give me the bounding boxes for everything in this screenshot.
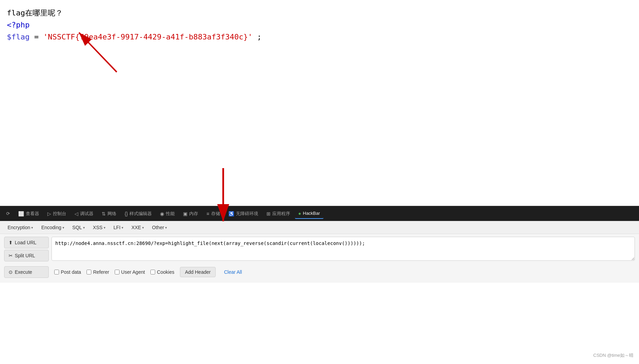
cookies-input[interactable] <box>150 270 155 274</box>
split-url-icon: ✂ <box>9 253 13 258</box>
line3-var: $flag <box>7 33 30 41</box>
tab-inspector[interactable]: ⬜ 查看器 <box>15 209 43 219</box>
encoding-label: Encoding <box>41 225 61 230</box>
user-agent-checkbox[interactable]: User Agent <box>115 269 145 275</box>
encoding-chevron: ▾ <box>62 226 64 230</box>
post-data-label: Post data <box>61 269 81 275</box>
performance-icon: ◉ <box>160 211 164 216</box>
checkbox-group: Post data Referer User Agent Cookies Add… <box>54 267 635 277</box>
menu-lfi[interactable]: LFI ▾ <box>110 223 127 232</box>
annotation-arrow-2 <box>199 165 244 226</box>
split-url-button[interactable]: ✂ Split URL <box>4 250 49 261</box>
url-buttons: ⬆ Load URL ✂ Split URL <box>4 237 49 261</box>
tab-debugger[interactable]: ◁ 调试器 <box>71 209 97 219</box>
lfi-label: LFI <box>114 225 121 230</box>
lfi-chevron: ▾ <box>122 226 123 230</box>
menu-encoding[interactable]: Encoding ▾ <box>38 223 67 232</box>
hackbar-panel: Encryption ▾ Encoding ▾ SQL ▾ XSS ▾ LFI … <box>0 221 639 283</box>
execute-label: Execute <box>15 269 32 275</box>
watermark-text: CSDN @time如～晴 <box>593 353 634 358</box>
sql-label: SQL <box>72 225 82 230</box>
cookies-label: Cookies <box>157 269 174 275</box>
load-url-icon: ⬆ <box>9 240 13 245</box>
main-content: flag在哪里呢？ <?php $flag = 'NSSCTF{f9ea4e3f… <box>0 0 639 206</box>
tab-performance[interactable]: ◉ 性能 <box>157 209 178 219</box>
network-label: 网络 <box>107 211 116 217</box>
sql-chevron: ▾ <box>83 226 85 230</box>
clear-all-label: Clear All <box>224 269 242 275</box>
split-url-label: Split URL <box>15 253 35 258</box>
line3-semi: ; <box>257 33 262 41</box>
hackbar-menu: Encryption ▾ Encoding ▾ SQL ▾ XSS ▾ LFI … <box>0 221 639 234</box>
user-agent-input[interactable] <box>115 270 119 274</box>
svg-line-1 <box>79 33 117 72</box>
devtools-nav-icon[interactable]: ⟳ <box>3 209 13 218</box>
other-label: Other <box>152 225 164 230</box>
menu-xss[interactable]: XSS ▾ <box>90 223 109 232</box>
tab-application[interactable]: ⊞ 应用程序 <box>263 209 294 219</box>
post-data-checkbox[interactable]: Post data <box>54 269 81 275</box>
xss-chevron: ▾ <box>104 226 105 230</box>
hackbar-content: ⬆ Load URL ✂ Split URL ⊙ Execute Post da… <box>0 234 639 283</box>
inspector-icon: ⬜ <box>18 211 24 216</box>
hackbar-icon: ● <box>298 211 301 216</box>
menu-encryption[interactable]: Encryption ▾ <box>4 223 36 232</box>
referer-label: Referer <box>93 269 109 275</box>
hackbar-label: HackBar <box>303 211 320 216</box>
annotation-arrow-1 <box>72 27 124 79</box>
load-url-button[interactable]: ⬆ Load URL <box>4 237 49 248</box>
application-icon: ⊞ <box>266 211 271 216</box>
application-label: 应用程序 <box>272 211 290 217</box>
csdn-watermark: CSDN @time如～晴 <box>593 352 634 359</box>
other-chevron: ▾ <box>165 226 167 230</box>
url-row: ⬆ Load URL ✂ Split URL <box>4 237 635 261</box>
menu-xxe[interactable]: XXE ▾ <box>128 223 147 232</box>
nav-arrow-icon: ⟳ <box>6 211 10 216</box>
style-label: 样式编辑器 <box>129 211 152 217</box>
memory-label: 内存 <box>189 211 198 217</box>
console-icon: ▷ <box>47 211 51 216</box>
xss-label: XSS <box>93 225 103 230</box>
cookies-checkbox[interactable]: Cookies <box>150 269 174 275</box>
tab-console[interactable]: ▷ 控制台 <box>44 209 70 219</box>
user-agent-label: User Agent <box>121 269 145 275</box>
url-input[interactable] <box>52 237 635 261</box>
tab-hackbar[interactable]: ● HackBar <box>295 209 323 219</box>
tab-memory[interactable]: ▣ 内存 <box>180 209 202 219</box>
add-header-label: Add Header <box>185 269 211 275</box>
referer-checkbox[interactable]: Referer <box>87 269 109 275</box>
post-data-input[interactable] <box>54 270 59 274</box>
xxe-chevron: ▾ <box>142 226 144 230</box>
clear-all-button[interactable]: Clear All <box>221 267 244 277</box>
referer-input[interactable] <box>87 270 91 274</box>
console-label: 控制台 <box>53 211 66 217</box>
execute-button[interactable]: ⊙ Execute <box>4 266 49 278</box>
encryption-chevron: ▾ <box>31 226 33 230</box>
encryption-label: Encryption <box>8 225 30 230</box>
tab-style-editor[interactable]: {} 样式编辑器 <box>121 209 155 219</box>
load-url-label: Load URL <box>15 240 36 245</box>
menu-sql[interactable]: SQL ▾ <box>69 223 88 232</box>
memory-icon: ▣ <box>183 211 187 216</box>
performance-label: 性能 <box>166 211 175 217</box>
xxe-label: XXE <box>132 225 141 230</box>
style-icon: {} <box>125 211 128 216</box>
debugger-label: 调试器 <box>80 211 93 217</box>
inspector-label: 查看器 <box>26 211 39 217</box>
line3-eq: = <box>34 33 43 41</box>
add-header-button[interactable]: Add Header <box>180 267 216 277</box>
devtools-bar: ⟳ ⬜ 查看器 ▷ 控制台 ◁ 调试器 ⇅ 网络 {} 样式编辑器 ◉ 性能 ▣… <box>0 206 639 221</box>
execute-row: ⊙ Execute Post data Referer User Agent <box>4 264 635 280</box>
tab-network[interactable]: ⇅ 网络 <box>98 209 120 219</box>
debugger-icon: ◁ <box>75 211 78 216</box>
network-icon: ⇅ <box>102 211 106 216</box>
line1: flag在哪里呢？ <box>7 7 632 19</box>
execute-icon: ⊙ <box>9 269 13 275</box>
menu-other[interactable]: Other ▾ <box>149 223 170 232</box>
